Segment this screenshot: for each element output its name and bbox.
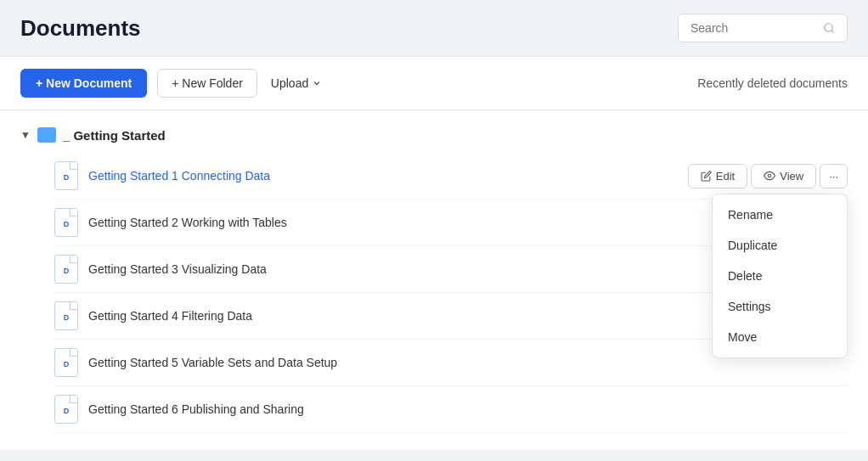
search-icon (823, 21, 835, 35)
svg-point-2 (768, 174, 771, 177)
folder-icon (37, 127, 56, 143)
eye-icon (764, 170, 775, 182)
folder-row: ▼ _ Getting Started (20, 127, 848, 143)
doc-icon: D (54, 208, 78, 237)
chevron-down-icon (312, 78, 322, 88)
toolbar: + New Document + New Folder Upload Recen… (0, 57, 868, 110)
header: Documents (0, 0, 868, 57)
folder-chevron-icon[interactable]: ▼ (20, 129, 31, 141)
document-name[interactable]: Getting Started 6 Publishing and Sharing (88, 402, 848, 416)
new-folder-button[interactable]: + New Folder (157, 69, 257, 98)
document-name[interactable]: Getting Started 1 Connecting Data (88, 169, 688, 183)
upload-button[interactable]: Upload (268, 70, 325, 97)
view-button[interactable]: View (751, 164, 816, 188)
recently-deleted-link[interactable]: Recently deleted documents (697, 76, 848, 90)
move-item[interactable]: Move (713, 322, 847, 352)
doc-icon: D (54, 395, 78, 424)
table-row: D Getting Started 1 Connecting Data Edit… (54, 153, 848, 200)
table-row: D Getting Started 6 Publishing and Shari… (54, 386, 848, 433)
document-list: D Getting Started 1 Connecting Data Edit… (54, 153, 848, 433)
doc-icon: D (54, 161, 78, 190)
content-area: ▼ _ Getting Started D Getting Started 1 … (0, 110, 868, 450)
view-label: View (780, 170, 803, 183)
new-document-button[interactable]: + New Document (20, 69, 147, 98)
search-box (678, 14, 848, 42)
svg-line-1 (831, 31, 834, 33)
search-input[interactable] (690, 21, 816, 35)
upload-label: Upload (271, 76, 308, 90)
doc-icon: D (54, 255, 78, 284)
svg-point-0 (825, 24, 832, 31)
page-title: Documents (20, 15, 141, 42)
rename-item[interactable]: Rename (713, 200, 847, 230)
folder-name: _ Getting Started (63, 128, 166, 143)
doc-actions: Edit View ··· Rename Duplicate Delete Se… (688, 164, 848, 188)
edit-label: Edit (716, 170, 735, 183)
more-button[interactable]: ··· (820, 164, 848, 188)
doc-icon: D (54, 301, 78, 330)
delete-item[interactable]: Delete (713, 261, 847, 291)
duplicate-item[interactable]: Duplicate (713, 230, 847, 261)
settings-item[interactable]: Settings (713, 291, 847, 322)
edit-button[interactable]: Edit (688, 164, 747, 188)
doc-icon: D (54, 348, 78, 377)
dropdown-menu: Rename Duplicate Delete Settings Move (712, 194, 848, 358)
pencil-icon (701, 171, 712, 182)
